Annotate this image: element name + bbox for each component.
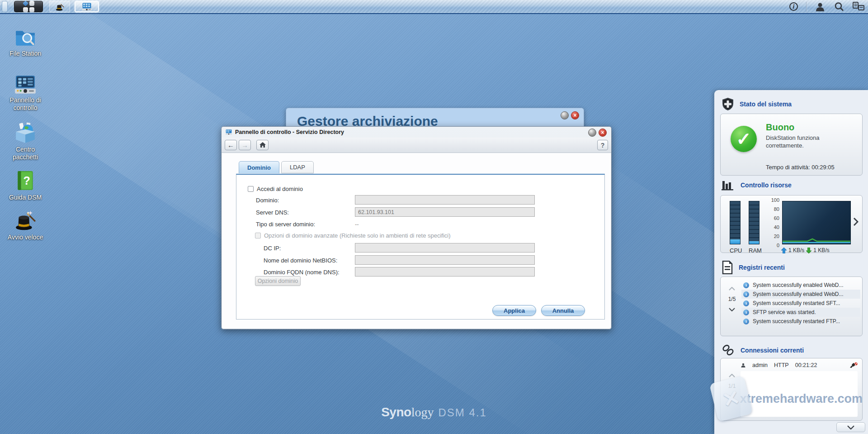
advanced-options-label: Opzioni di dominio avanzate (Richieste s… xyxy=(264,232,451,239)
uptime-text: Tempo di attività: 00:29:05 xyxy=(766,164,835,171)
info-badge-icon: i xyxy=(743,310,749,315)
domain-input[interactable] xyxy=(355,195,535,205)
widget-title-resource-monitor: Controllo risorse xyxy=(741,181,792,189)
page-down-icon[interactable] xyxy=(729,308,735,311)
desktop-icon-pannello-di-controllo[interactable]: Pannello di controllo xyxy=(4,75,47,112)
magic-hat-icon xyxy=(14,209,37,232)
resource-monitor-card[interactable]: CPU RAM 100 80 60 40 20 0 1 KB/s 1 KB/s xyxy=(720,195,863,253)
domain-form: Accedi al dominio Dominio: Server DNS: T… xyxy=(236,174,605,320)
download-arrow-icon xyxy=(806,248,811,253)
package-center-icon xyxy=(14,122,37,144)
log-page-indicator: 1/5 xyxy=(728,296,736,302)
info-icon[interactable]: i xyxy=(789,2,798,11)
home-button[interactable] xyxy=(256,140,269,150)
expand-resource-monitor-icon[interactable] xyxy=(853,217,859,228)
dialog-toolbar: ← → ? xyxy=(222,138,611,153)
chevron-down-icon xyxy=(847,425,854,429)
system-status-card: ✓ Buono DiskStation funziona correttamen… xyxy=(720,114,863,176)
connections-page-indicator: 1/1 xyxy=(728,383,736,389)
help-button[interactable]: ? xyxy=(597,140,608,150)
netbios-input[interactable] xyxy=(355,255,535,265)
show-desktop-button[interactable] xyxy=(2,1,8,12)
shield-icon xyxy=(722,97,734,111)
cpu-meter xyxy=(730,201,741,244)
upload-arrow-icon xyxy=(781,248,787,253)
ram-label: RAM xyxy=(749,247,760,254)
brand-version: DSM 4.1 xyxy=(438,406,486,419)
join-domain-checkbox[interactable] xyxy=(248,186,254,192)
forward-button[interactable]: → xyxy=(239,140,251,150)
download-speed: 1 KB/s xyxy=(813,247,829,253)
dcip-input[interactable] xyxy=(355,243,535,253)
page-up-icon[interactable] xyxy=(729,374,735,377)
network-speed: 1 KB/s 1 KB/s xyxy=(781,247,830,253)
domain-options-button[interactable]: Opzioni dominio xyxy=(255,276,301,286)
desktop-icon-file-station[interactable]: File Station xyxy=(4,25,47,57)
log-row[interactable]: iSFTP service was started. xyxy=(741,308,860,317)
search-icon[interactable] xyxy=(834,1,844,12)
widget-title-connections: Connessioni correnti xyxy=(741,347,804,354)
connection-protocol: HTTP xyxy=(774,362,789,368)
fqdn-input[interactable] xyxy=(355,267,535,277)
help-book-icon: ? xyxy=(15,170,36,192)
desktop-icon-centro-pacchetti[interactable]: Centro pacchetti xyxy=(4,122,47,161)
log-row[interactable]: iSystem successfully enabled WebD... xyxy=(741,290,860,299)
domain-type-label: Tipo di server dominio: xyxy=(256,221,315,228)
back-button[interactable]: ← xyxy=(225,140,237,150)
magic-hat-icon xyxy=(55,2,65,12)
dns-input[interactable] xyxy=(355,207,535,217)
link-icon xyxy=(722,343,735,357)
minimize-button[interactable] xyxy=(561,111,569,119)
page-up-icon[interactable] xyxy=(729,287,735,291)
widget-panel: Stato del sistema ✓ Buono DiskStation fu… xyxy=(714,90,868,434)
control-panel-icon xyxy=(14,75,37,95)
domain-label: Dominio: xyxy=(256,197,279,204)
desktop-icon-label: Guida DSM xyxy=(4,194,47,201)
dialog-servizio-directory: Pannello di controllo - Servizio Directo… xyxy=(221,126,612,329)
log-row[interactable]: iSystem successfully restarted FTP... xyxy=(741,317,860,326)
page-down-icon[interactable] xyxy=(729,395,735,398)
log-row[interactable]: iSystem successfully restarted SFT... xyxy=(741,299,860,308)
close-icon[interactable]: × xyxy=(599,129,607,137)
dns-label: Server DNS: xyxy=(256,209,289,216)
log-list: iSystem successfully enabled WebD... iSy… xyxy=(741,281,860,326)
svg-text:?: ? xyxy=(23,174,30,187)
status-text: Buono xyxy=(766,122,794,133)
taskbar-item-avvio-veloce[interactable] xyxy=(49,1,70,12)
disconnect-icon[interactable] xyxy=(849,362,858,368)
brand-text: Syno xyxy=(381,405,411,419)
join-domain-label: Accedi al dominio xyxy=(257,186,303,192)
connection-user: admin xyxy=(752,362,768,368)
collapse-panel-button[interactable] xyxy=(836,422,865,432)
dialog-content: Dominio LDAP Accedi al dominio Dominio: … xyxy=(222,153,611,329)
desktop-icon-guida-dsm[interactable]: ? Guida DSM xyxy=(4,170,47,201)
cancel-button[interactable]: Annulla xyxy=(541,305,585,316)
domain-type-value: -- xyxy=(355,221,359,228)
file-station-icon xyxy=(14,25,37,48)
connections-list-body xyxy=(741,371,858,417)
cpu-label: CPU xyxy=(730,247,741,254)
tab-ldap[interactable]: LDAP xyxy=(281,161,314,173)
dialog-title: Pannello di controllo - Servizio Directo… xyxy=(235,129,344,135)
minimize-button[interactable] xyxy=(588,129,596,137)
close-icon[interactable]: × xyxy=(571,111,579,119)
dialog-titlebar[interactable]: Pannello di controllo - Servizio Directo… xyxy=(222,127,611,138)
apply-button[interactable]: Applica xyxy=(492,305,536,316)
tab-bar: Dominio LDAP xyxy=(239,161,314,173)
recent-logs-card: 1/5 iSystem successfully enabled WebD...… xyxy=(720,277,863,336)
log-row[interactable]: iSystem successfully enabled WebD... xyxy=(741,281,860,290)
tab-dominio[interactable]: Dominio xyxy=(239,161,279,173)
user-icon[interactable] xyxy=(815,1,826,12)
desktop-icon-label: Centro pacchetti xyxy=(4,146,47,161)
desktop-icon-avvio-veloce[interactable]: Avvio veloce xyxy=(4,209,47,241)
advanced-options-checkbox[interactable] xyxy=(255,233,261,238)
info-badge-icon: i xyxy=(743,319,749,324)
widget-title-system-status: Stato del sistema xyxy=(740,100,792,108)
pilot-view-icon[interactable] xyxy=(853,2,864,12)
connection-row[interactable]: admin HTTP 00:21:22 xyxy=(741,362,858,368)
taskbar-item-pannello-di-controllo[interactable] xyxy=(75,1,99,12)
status-ok-icon: ✓ xyxy=(731,126,757,152)
network-chart-axis: 100 80 60 40 20 0 xyxy=(764,197,779,248)
control-panel-icon xyxy=(81,2,92,11)
main-menu-button[interactable] xyxy=(14,1,43,12)
